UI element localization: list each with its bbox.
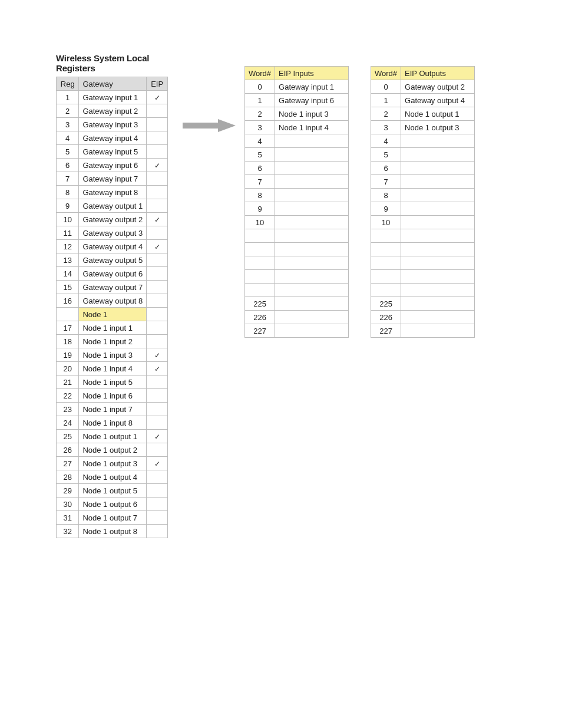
cell-eip xyxy=(147,389,168,403)
cell-name xyxy=(275,311,349,324)
page: Wireless System Local Registers Reg Gate… xyxy=(0,0,562,538)
cell-eip: ✓ xyxy=(147,213,168,226)
cell-name: Gateway input 4 xyxy=(79,131,147,145)
cell-name xyxy=(275,270,349,284)
cell-word: 2 xyxy=(245,107,275,121)
cell-eip: ✓ xyxy=(147,430,168,443)
table-row: 5 xyxy=(371,148,475,162)
table-row: 5 xyxy=(245,148,349,162)
cell-name xyxy=(275,284,349,297)
cell-reg: 14 xyxy=(57,267,79,281)
cell-name xyxy=(401,297,475,311)
cell-reg: 32 xyxy=(57,525,79,538)
table-row: 24Node 1 input 8 xyxy=(57,416,168,430)
cell-name: Gateway output 5 xyxy=(79,253,147,267)
cell-word: 6 xyxy=(371,162,401,175)
cell-word: 226 xyxy=(371,311,401,324)
cell-reg: 13 xyxy=(57,253,79,267)
cell-word: 225 xyxy=(371,297,401,311)
cell-reg: 29 xyxy=(57,484,79,498)
cell-eip: ✓ xyxy=(147,457,168,470)
eip-outputs-section: Word# EIP Outputs 0Gateway output 21Gate… xyxy=(371,53,488,338)
table-row: 1Gateway input 1✓ xyxy=(57,91,168,104)
cell-word: 9 xyxy=(371,202,401,216)
cell-name xyxy=(401,311,475,324)
table-row: 3Gateway input 3 xyxy=(57,118,168,131)
cell-name: Gateway output 4 xyxy=(79,240,147,253)
cell-eip xyxy=(147,226,168,240)
cell-name xyxy=(275,134,349,148)
table-row: 227 xyxy=(245,324,349,338)
cell-reg: 10 xyxy=(57,213,79,226)
cell-reg: 18 xyxy=(57,335,79,348)
cell-eip xyxy=(147,131,168,145)
cell-eip: ✓ xyxy=(147,240,168,253)
cell-name: Node 1 input 3 xyxy=(275,107,349,121)
cell-name: Gateway output 4 xyxy=(401,94,475,107)
cell-reg: 15 xyxy=(57,281,79,294)
cell-name: Node 1 input 7 xyxy=(79,403,147,416)
col-word: Word# xyxy=(245,67,275,80)
cell-word: 1 xyxy=(371,94,401,107)
cell-eip: ✓ xyxy=(147,348,168,362)
cell-reg: 1 xyxy=(57,91,79,104)
cell-reg: 7 xyxy=(57,172,79,186)
table-row: 26Node 1 output 2 xyxy=(57,443,168,457)
cell-eip xyxy=(147,375,168,389)
local-registers-table: Reg Gateway EIP 1Gateway input 1✓2Gatewa… xyxy=(56,77,168,538)
table-row: 32Node 1 output 8 xyxy=(57,525,168,538)
cell-name: Node 1 input 5 xyxy=(79,375,147,389)
cell-word xyxy=(245,270,275,284)
cell-word: 227 xyxy=(245,324,275,338)
cell-word: 10 xyxy=(245,216,275,229)
cell-name: Gateway output 8 xyxy=(79,294,147,308)
cell-name: Gateway output 7 xyxy=(79,281,147,294)
check-icon: ✓ xyxy=(154,351,160,360)
cell-reg: 21 xyxy=(57,375,79,389)
arrow-container xyxy=(174,53,244,134)
cell-eip xyxy=(147,253,168,267)
cell-eip xyxy=(147,145,168,159)
cell-reg: 25 xyxy=(57,430,79,443)
table-row: 226 xyxy=(245,311,349,324)
cell-reg: 16 xyxy=(57,294,79,308)
cell-name: Node 1 output 3 xyxy=(79,457,147,470)
cell-name xyxy=(275,324,349,338)
cell-reg: 31 xyxy=(57,511,79,525)
cell-word: 8 xyxy=(371,189,401,202)
col-word: Word# xyxy=(371,67,401,80)
cell-word: 7 xyxy=(371,175,401,189)
cell-eip xyxy=(147,186,168,199)
table-row xyxy=(371,243,475,256)
table-row: 10 xyxy=(371,216,475,229)
cell-name: Node 1 input 4 xyxy=(79,362,147,375)
cell-name xyxy=(401,256,475,270)
cell-name: Node 1 output 2 xyxy=(79,443,147,457)
cell-word: 5 xyxy=(371,148,401,162)
cell-word: 4 xyxy=(371,134,401,148)
table-row: 25Node 1 output 1✓ xyxy=(57,430,168,443)
cell-eip: ✓ xyxy=(147,159,168,172)
cell-name xyxy=(401,202,475,216)
eip-inputs-table: Word# EIP Inputs 0Gateway input 11Gatewa… xyxy=(244,66,349,338)
cell-name: Gateway output 2 xyxy=(79,213,147,226)
cell-name xyxy=(275,175,349,189)
cell-name xyxy=(401,134,475,148)
table-row: 6Gateway input 6✓ xyxy=(57,159,168,172)
cell-word: 3 xyxy=(245,121,275,134)
cell-name: Gateway output 2 xyxy=(401,80,475,94)
cell-word: 10 xyxy=(371,216,401,229)
table-row: 6 xyxy=(245,162,349,175)
cell-name xyxy=(401,189,475,202)
table-row: 225 xyxy=(245,297,349,311)
table-row: 8 xyxy=(245,189,349,202)
cell-reg: 5 xyxy=(57,145,79,159)
table-row: 4Gateway input 4 xyxy=(57,131,168,145)
table-row xyxy=(245,243,349,256)
table-row: 9 xyxy=(245,202,349,216)
table-row: 10Gateway output 2✓ xyxy=(57,213,168,226)
cell-word: 0 xyxy=(371,80,401,94)
cell-name: Gateway input 2 xyxy=(79,104,147,118)
cell-reg: 26 xyxy=(57,443,79,457)
table-row: 2Node 1 input 3 xyxy=(245,107,349,121)
